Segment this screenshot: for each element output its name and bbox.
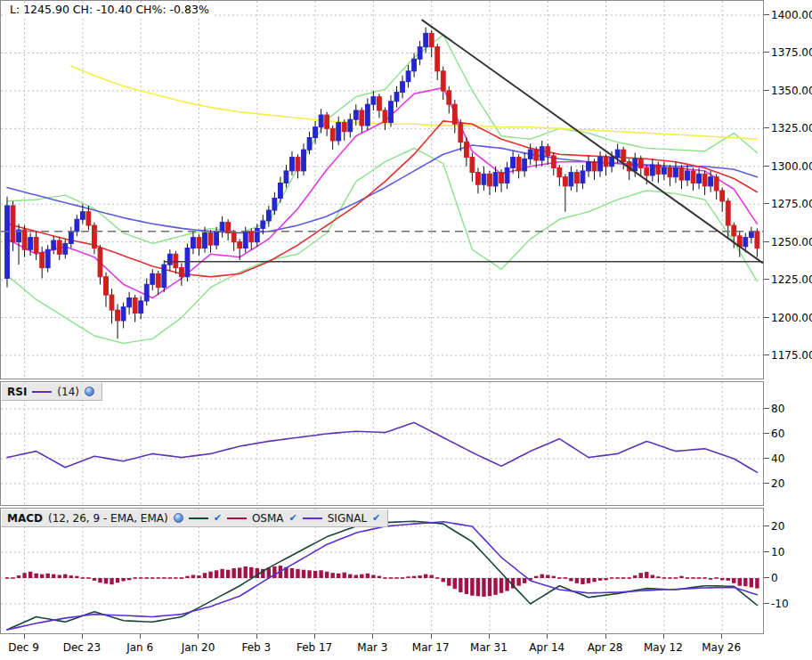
axis-tick-mark [764, 526, 769, 526]
candle-body [371, 97, 376, 104]
osma-bar [11, 577, 14, 579]
osma-bar [516, 578, 520, 586]
osma-bar [378, 576, 381, 578]
osma-bar [110, 578, 113, 584]
date-axis-label: Mar 31 [470, 641, 508, 654]
osma-bar [429, 575, 433, 578]
axis-tick-mark [764, 14, 769, 15]
osma-bar [360, 574, 363, 578]
axis-value-label: 20 [771, 477, 784, 490]
candle-body [726, 201, 730, 225]
candle-body [540, 147, 544, 160]
macd-properties-globe-icon[interactable] [174, 513, 183, 523]
osma-checkbox[interactable] [289, 513, 297, 523]
osma-bar [168, 577, 172, 579]
candle-body [702, 174, 707, 186]
macd-chart-canvas[interactable] [1, 509, 763, 633]
osma-bar [40, 574, 44, 578]
candle-body [638, 159, 643, 167]
candle-body [749, 232, 753, 238]
date-tick-mark [721, 634, 722, 639]
osma-bar [139, 577, 142, 579]
osma-bar [668, 577, 671, 579]
osma-bar [453, 578, 457, 589]
osma-bar [116, 578, 119, 583]
candle-body [353, 110, 358, 119]
osma-bar [732, 578, 735, 583]
osma-bar [476, 578, 480, 596]
candle-body [459, 124, 463, 142]
macd-params-label: (12, 26, 9 - EMA, EMA) [48, 512, 168, 525]
osma-bar [226, 570, 230, 578]
candle-body [581, 171, 585, 183]
candle-body [418, 47, 422, 60]
candle-body [208, 233, 213, 246]
candle-body [378, 97, 382, 110]
rsi-panel: RSI (14) [0, 381, 764, 506]
candle-body [435, 47, 440, 71]
candle-body [80, 212, 85, 219]
candle-body [272, 198, 277, 210]
signal-line [7, 522, 757, 630]
osma-bar [686, 577, 689, 579]
candle-body [732, 225, 736, 236]
osma-bar [557, 577, 561, 579]
candle-body [116, 310, 120, 321]
candle-body [691, 171, 695, 183]
axis-value-label: 60 [771, 428, 784, 440]
osma-bar [615, 577, 619, 579]
osma-bar [52, 574, 55, 578]
osma-bar [307, 570, 311, 578]
candle-body [516, 158, 521, 171]
osma-bar [447, 578, 451, 586]
osma-bar [348, 574, 352, 578]
candle-body [656, 165, 661, 174]
rsi-chart-canvas[interactable] [1, 382, 763, 505]
candle-body [394, 93, 399, 102]
rsi-line-sample-icon [32, 391, 52, 393]
osma-bar [203, 573, 207, 578]
candle-body [587, 162, 591, 171]
candle-body [313, 127, 318, 138]
date-tick-mark [314, 634, 315, 639]
axis-tick-mark [764, 577, 769, 578]
osma-bar [133, 577, 136, 579]
osma-bar [639, 573, 643, 578]
candle-body [662, 167, 666, 174]
price-chart-canvas[interactable] [1, 1, 763, 379]
trading-chart-window: L: 1245.90 CH: -10.40 CH%: -0.83% RSI (1… [0, 0, 812, 660]
osma-bar [418, 575, 421, 578]
osma-bar [674, 577, 678, 579]
osma-bar [272, 566, 276, 578]
osma-bar [534, 576, 538, 578]
osma-bar [98, 578, 102, 583]
candle-body [45, 249, 50, 267]
rsi-properties-globe-icon[interactable] [85, 387, 94, 396]
osma-bar [679, 576, 683, 578]
axis-tick-mark [764, 279, 769, 280]
osma-bar [389, 577, 393, 579]
osma-bar [46, 574, 50, 578]
date-axis: Dec 9Dec 23Jan 6Jan 20Feb 3Feb 17Mar 3Ma… [0, 634, 764, 660]
macd-line-checkbox[interactable] [214, 513, 222, 523]
candle-body [621, 150, 626, 162]
osma-bar [191, 575, 195, 578]
rsi-period-label: (14) [57, 386, 79, 398]
candle-body [307, 138, 312, 151]
candle-body [598, 158, 603, 171]
candle-body [255, 228, 259, 241]
osma-bar [488, 578, 491, 596]
candle-body [523, 159, 527, 171]
axis-tick-mark [764, 317, 769, 318]
osma-bar [220, 569, 223, 578]
signal-checkbox[interactable] [372, 513, 380, 523]
osma-bar [93, 578, 96, 581]
candle-body [156, 273, 160, 287]
candle-body [401, 82, 405, 93]
axis-value-label: -10 [771, 598, 789, 610]
osma-bar [691, 577, 694, 579]
candle-body [452, 104, 457, 124]
osma-bar [296, 569, 299, 578]
bollinger-upper-band [7, 35, 757, 243]
candle-body [11, 206, 15, 242]
